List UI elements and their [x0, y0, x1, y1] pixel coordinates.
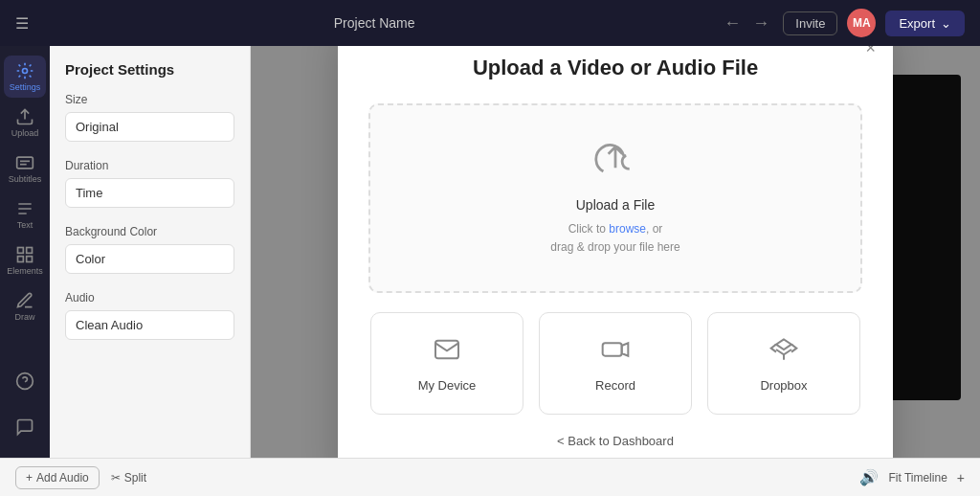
upload-desc-part2: , or — [646, 222, 662, 236]
sidebar-elements-label: Elements — [7, 266, 43, 276]
svg-rect-1 — [17, 157, 33, 169]
dropbox-icon — [768, 334, 799, 369]
fit-timeline-label[interactable]: Fit Timeline — [888, 471, 947, 485]
main-layout: Settings Upload Subtitles Text Elements … — [0, 46, 980, 458]
volume-icon: 🔊 — [859, 468, 879, 486]
sidebar-settings-label: Settings — [10, 82, 41, 92]
svg-marker-10 — [622, 344, 629, 356]
upload-description: Click to browse, ordrag & drop your file… — [550, 220, 679, 257]
sidebar-item-settings[interactable]: Settings — [4, 56, 46, 98]
my-device-icon — [432, 334, 462, 369]
sidebar-help-icon[interactable] — [4, 360, 46, 402]
setting-audio: Audio Clean Audio — [65, 291, 234, 340]
svg-rect-9 — [603, 344, 622, 356]
svg-rect-6 — [18, 257, 24, 262]
topbar: ☰ Project Name ← → Invite MA Export ⌄ — [0, 0, 980, 46]
record-label: Record — [595, 378, 635, 393]
size-label: Size — [65, 93, 234, 106]
my-device-option[interactable]: My Device — [370, 312, 523, 415]
settings-panel-title: Project Settings — [65, 61, 234, 78]
bottom-bar: + Add Audio ✂ Split 🔊 Fit Timeline + — [0, 458, 980, 496]
duration-label: Duration — [65, 159, 234, 172]
modal-close-button[interactable]: × — [865, 46, 876, 58]
dropbox-label: Dropbox — [760, 378, 807, 393]
svg-rect-7 — [27, 257, 33, 262]
topbar-actions: ← → Invite MA Export ⌄ — [720, 9, 965, 37]
sidebar-item-upload[interactable]: Upload — [4, 101, 46, 144]
back-label: Back to Dashboard — [568, 434, 674, 448]
upload-file-title: Upload a File — [576, 197, 656, 213]
modal-overlay: × Upload a Video or Audio File Upload a … — [251, 46, 980, 458]
setting-duration: Duration Time — [65, 159, 234, 208]
record-option[interactable]: Record — [539, 312, 692, 415]
upload-options: My Device Record — [368, 312, 862, 415]
undo-button[interactable]: ← — [720, 10, 745, 37]
size-value[interactable]: Original — [65, 112, 234, 142]
export-chevron-icon: ⌄ — [941, 16, 951, 31]
audio-label: Audio — [65, 291, 234, 304]
back-link[interactable]: < Back to Dashboard — [368, 434, 862, 448]
svg-rect-5 — [27, 248, 33, 254]
project-name: Project Name — [334, 15, 415, 31]
invite-button[interactable]: Invite — [783, 11, 837, 35]
duration-value[interactable]: Time — [65, 178, 234, 208]
settings-panel: Project Settings Size Original Duration … — [50, 46, 251, 458]
svg-point-0 — [23, 69, 28, 74]
svg-rect-4 — [18, 248, 24, 254]
dropbox-option[interactable]: Dropbox — [707, 312, 860, 415]
sidebar-item-draw[interactable]: Draw — [4, 285, 46, 327]
sidebar-item-subtitles[interactable]: Subtitles — [4, 147, 46, 190]
add-audio-plus-icon: + — [26, 471, 33, 485]
undo-redo-group: ← → — [720, 10, 773, 37]
sidebar-comment-icon[interactable] — [4, 406, 46, 448]
add-audio-button[interactable]: + Add Audio — [15, 466, 100, 489]
sidebar-subtitles-label: Subtitles — [9, 174, 42, 184]
audio-value[interactable]: Clean Audio — [65, 310, 234, 340]
upload-desc-line2: drag & drop your file here — [550, 240, 679, 254]
upload-dropzone[interactable]: Upload a File Click to browse, ordrag & … — [368, 103, 862, 293]
redo-button[interactable]: → — [748, 10, 773, 37]
browse-link[interactable]: browse — [609, 222, 646, 236]
upload-modal: × Upload a Video or Audio File Upload a … — [338, 46, 893, 458]
modal-title: Upload a Video or Audio File — [368, 56, 862, 80]
icon-sidebar: Settings Upload Subtitles Text Elements … — [0, 46, 50, 458]
upload-cloud-icon — [594, 140, 636, 186]
hamburger-icon[interactable]: ☰ — [15, 14, 29, 33]
setting-background-color: Background Color Color — [65, 225, 234, 274]
background-color-label: Background Color — [65, 225, 234, 238]
background-color-value[interactable]: Color — [65, 244, 234, 274]
export-button[interactable]: Export ⌄ — [885, 11, 965, 36]
sidebar-item-text[interactable]: Text — [4, 193, 46, 236]
bottom-right: 🔊 Fit Timeline + — [859, 468, 965, 486]
plus-icon[interactable]: + — [957, 470, 965, 485]
sidebar-text-label: Text — [17, 220, 33, 230]
sidebar-draw-label: Draw — [14, 312, 34, 322]
avatar: MA — [847, 9, 876, 37]
project-name-area: Project Name — [40, 15, 708, 31]
upload-desc-part1: Click to — [568, 222, 610, 236]
topbar-left: ☰ — [15, 14, 29, 33]
record-icon — [600, 334, 631, 369]
setting-size: Size Original — [65, 93, 234, 142]
split-button[interactable]: ✂ Split — [111, 471, 146, 485]
canvas-area: × Upload a Video or Audio File Upload a … — [251, 46, 980, 458]
my-device-label: My Device — [418, 378, 477, 393]
back-chevron: < — [557, 434, 568, 448]
split-icon: ✂ — [111, 471, 121, 485]
sidebar-upload-label: Upload — [11, 128, 39, 138]
sidebar-item-elements[interactable]: Elements — [4, 239, 46, 282]
